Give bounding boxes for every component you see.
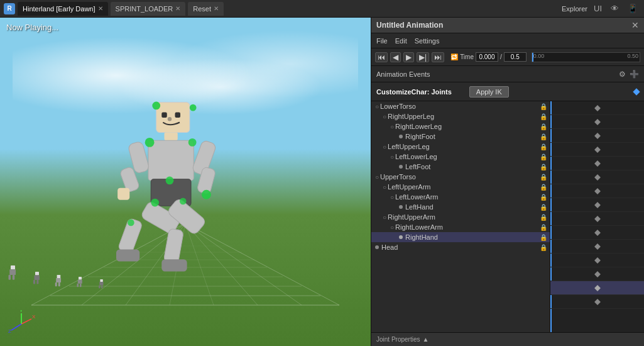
panel-close-btn[interactable]: ✕ [631, 20, 639, 30]
menu-file[interactable]: File [376, 37, 388, 45]
joint-properties-bar[interactable]: Joint Properties ▲ [371, 332, 644, 346]
joint-tree[interactable]: ○ LowerTorso 🔒 ○ RightUpperLeg 🔒 ○ Right… [371, 101, 550, 332]
step-fwd-btn[interactable]: ▶| [417, 52, 429, 62]
svg-point-41 [180, 198, 187, 205]
time-display: 🔁 Time / [450, 52, 527, 62]
joint-label-upper-torso: UpperTorso [380, 173, 416, 181]
apply-ik-button[interactable]: Apply IK [469, 86, 509, 98]
lock-icon-lh: 🔒 [540, 204, 550, 211]
joint-left-lower-arm[interactable]: ○ LeftLowerArm 🔒 [371, 192, 550, 202]
svg-rect-61 [99, 285, 100, 288]
joint-label-right-foot: RightFoot [405, 133, 435, 140]
track-diamond-rh [594, 285, 601, 291]
track-row-rf [550, 143, 644, 157]
joint-lower-torso[interactable]: ○ LowerTorso 🔒 [371, 101, 550, 111]
animation-panel: Untitled Animation ✕ File Edit Settings … [371, 18, 644, 346]
add-event-icon[interactable]: ➕ [630, 70, 639, 79]
time-value-input[interactable] [476, 52, 498, 62]
track-diamond-lf [594, 188, 601, 194]
joint-right-upper-arm[interactable]: ○ RightUpperArm 🔒 [371, 212, 550, 222]
svg-point-21 [190, 104, 197, 111]
device-btn[interactable]: 📱 [625, 3, 640, 14]
events-bar: Animation Events ⚙ ➕ [371, 66, 644, 82]
joint-label-left-upper-arm: LeftUpperArm [388, 183, 430, 191]
menu-settings[interactable]: Settings [415, 37, 440, 45]
gear-icon[interactable]: ⚙ [619, 70, 626, 79]
lock-icon-rh: 🔒 [540, 234, 550, 241]
svg-text:Z: Z [8, 328, 11, 334]
joint-props-label: Joint Properties [376, 336, 420, 343]
joint-label-lower-torso: LowerTorso [380, 103, 416, 110]
axis-indicator: X Y Z [8, 310, 36, 338]
joint-right-lower-leg[interactable]: ○ RightLowerLeg 🔒 [371, 121, 550, 131]
track-diamond-rla [594, 271, 601, 277]
events-label: Animation Events [376, 70, 430, 78]
joint-label-left-lower-arm: LeftLowerArm [395, 193, 438, 201]
lock-icon-rla: 🔒 [540, 224, 550, 231]
svg-rect-52 [56, 278, 61, 282]
svg-line-67 [11, 324, 21, 330]
lock-icon-rf: 🔒 [540, 133, 550, 140]
svg-point-29 [202, 190, 211, 199]
joint-upper-torso[interactable]: ○ UpperTorso 🔒 [371, 172, 550, 182]
step-back-btn[interactable]: ◀ [390, 52, 401, 62]
skip-back-btn[interactable]: ⏮ [375, 52, 388, 62]
lock-icon-rul: 🔒 [540, 113, 550, 120]
joint-left-upper-leg[interactable]: ○ LeftUpperLeg 🔒 [371, 142, 550, 152]
svg-rect-22 [165, 132, 178, 140]
svg-rect-23 [148, 140, 194, 181]
menu-edit[interactable]: Edit [395, 37, 407, 45]
joint-right-upper-leg[interactable]: ○ RightUpperLeg 🔒 [371, 111, 550, 121]
joint-label-left-hand: LeftHand [405, 203, 434, 211]
ui-btn[interactable]: UI [591, 3, 604, 14]
track-row-rll [550, 129, 644, 143]
joint-props-expand-icon[interactable]: ▲ [422, 336, 428, 343]
track-row-lul [550, 157, 644, 170]
svg-rect-58 [80, 284, 82, 287]
viewport[interactable]: Now Playing... [0, 18, 371, 346]
track-row-rh [550, 281, 644, 295]
tab-hinterland[interactable]: Hinterland [Early Dawn] ✕ [18, 2, 108, 16]
skip-fwd-btn[interactable]: ⏭ [432, 52, 444, 62]
scrubber-end: 0.50 [627, 53, 638, 59]
track-diamond-rua [594, 257, 601, 264]
svg-rect-36 [161, 259, 187, 271]
time-scrubber[interactable]: 0.00 0.50 [532, 52, 640, 62]
lock-icon-lf: 🔒 [540, 164, 550, 170]
lock-icon-lul: 🔒 [540, 143, 550, 150]
track-row-ut [550, 198, 644, 212]
lock-icon-lower-torso: 🔒 [540, 103, 550, 110]
svg-point-37 [145, 138, 155, 147]
tab-sprint-loader[interactable]: SPRINT_LOADER ✕ [111, 2, 186, 16]
eye-btn[interactable]: 👁 [608, 3, 621, 14]
lock-icon-lua: 🔒 [540, 184, 550, 191]
track-row-lower-torso [550, 101, 644, 115]
joint-left-lower-leg[interactable]: ○ LeftLowerLeg 🔒 [371, 152, 550, 162]
joint-left-hand[interactable]: LeftHand 🔒 [371, 202, 550, 212]
lock-icon-ut: 🔒 [540, 174, 550, 181]
svg-rect-60 [99, 282, 103, 286]
lock-icon-rua: 🔒 [540, 214, 550, 221]
timeline-tracks[interactable] [550, 101, 644, 332]
time-end-input[interactable] [504, 52, 527, 62]
joint-right-hand[interactable]: RightHand 🔒 [371, 232, 550, 242]
tab-reset[interactable]: Reset ✕ [188, 2, 224, 16]
joint-right-lower-arm[interactable]: ○ RightLowerArm 🔒 [371, 222, 550, 232]
joint-left-foot[interactable]: LeftFoot 🔒 [371, 162, 550, 172]
svg-line-63 [21, 319, 31, 324]
joint-label-left-foot: LeftFoot [405, 163, 430, 170]
svg-rect-56 [78, 280, 82, 284]
tab-close-hinterland[interactable]: ✕ [98, 5, 103, 12]
tab-close-sprint[interactable]: ✕ [175, 5, 180, 12]
svg-point-42 [128, 220, 134, 226]
joint-right-foot[interactable]: RightFoot 🔒 [371, 131, 550, 142]
joint-left-upper-arm[interactable]: ○ LeftUpperArm 🔒 [371, 182, 550, 192]
tab-close-reset[interactable]: ✕ [214, 5, 219, 12]
track-row-lh [550, 240, 644, 254]
play-btn[interactable]: ▶ [403, 52, 414, 62]
svg-rect-59 [100, 279, 102, 282]
joint-head[interactable]: Head 🔒 [371, 242, 550, 252]
timeline-diamond-header [633, 88, 640, 95]
track-diamond-rf [594, 147, 601, 153]
joint-label-right-upper-arm: RightUpperArm [388, 213, 435, 221]
